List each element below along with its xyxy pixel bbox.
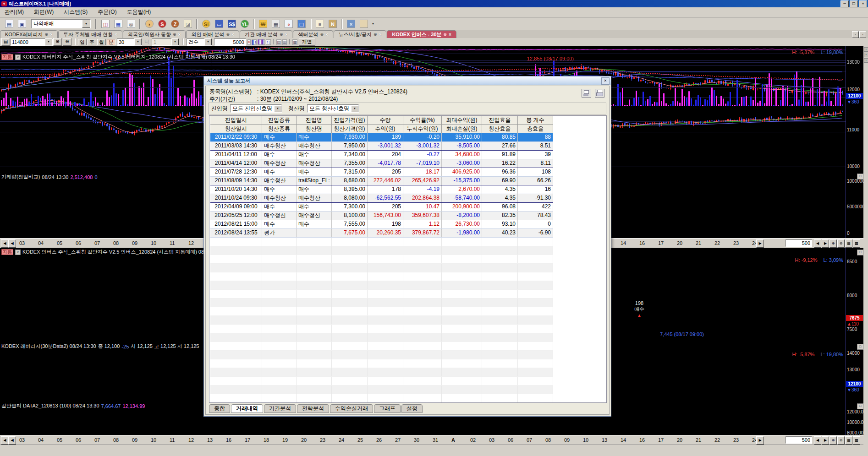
workspace-tab-4[interactable]: 기관 매매 분석⊕× xyxy=(240,30,293,38)
line-chart-icon[interactable]: ≈ xyxy=(247,39,251,45)
pane-minimize-icon[interactable]: □ xyxy=(857,403,863,409)
table-row[interactable]: 2011/10/20 14:30매수매수8,395.00178-4.192,67… xyxy=(210,185,553,194)
menu-item-w[interactable]: 화면(W) xyxy=(34,8,54,16)
sort-arrows-icon[interactable]: ↑↓ xyxy=(266,39,271,45)
page-left-icon[interactable]: ◀ xyxy=(814,436,821,445)
badge-close-icon[interactable]: x xyxy=(15,54,21,60)
auto-trade-badge[interactable]: 자동 xyxy=(1,54,13,60)
table-row[interactable] xyxy=(210,290,553,299)
table-row[interactable] xyxy=(210,351,553,359)
tab-close-icon[interactable]: × xyxy=(115,31,117,38)
table-row[interactable] xyxy=(210,255,553,264)
calendar-search-icon[interactable]: ▦ xyxy=(270,19,282,29)
tab-close-icon[interactable]: × xyxy=(449,31,451,38)
table-row[interactable]: 2011/10/24 09:30매수청산매수청산8,080.00-62,562.… xyxy=(210,194,553,203)
helmet-icon[interactable]: ◗ xyxy=(143,19,155,29)
new-chart-icon[interactable]: ▤ xyxy=(3,19,15,29)
menu-item-o[interactable]: 주문(O) xyxy=(98,8,116,16)
eraser-icon[interactable]: ◪ xyxy=(182,19,194,29)
table-row[interactable] xyxy=(210,272,553,281)
symbol-book-icon[interactable]: ▤ xyxy=(1,38,10,46)
menu-item-h[interactable]: 도움말(H) xyxy=(127,8,151,16)
table-row[interactable]: 2011/03/03 14:30매수청산매수청산7,950.00-3,001.3… xyxy=(210,142,553,151)
chevron-down-icon[interactable]: ▼ xyxy=(82,20,90,28)
table-row[interactable] xyxy=(210,394,553,403)
table-row[interactable] xyxy=(210,264,553,272)
chevron-down-icon[interactable]: ▼ xyxy=(204,38,212,45)
flash-icon[interactable]: Z xyxy=(169,19,181,29)
pie-chart-icon[interactable]: ◕ xyxy=(283,19,295,29)
count-combobox[interactable]: 건수 ▼ xyxy=(187,38,212,46)
close-button[interactable]: × xyxy=(859,0,867,7)
chevron-down-icon[interactable]: ▼ xyxy=(351,105,358,112)
count-input[interactable] xyxy=(214,38,246,46)
title-bar[interactable]: Y 예스트레이더3.1 [나의매매] ─ ▢ × xyxy=(0,0,868,7)
table-row[interactable] xyxy=(210,325,553,333)
zoom-out-icon[interactable]: ⊖ xyxy=(837,436,845,445)
axis-forward-button[interactable]: ▶ xyxy=(756,436,764,445)
news-icon[interactable]: N xyxy=(327,19,339,29)
print-report-icon[interactable] xyxy=(595,89,604,98)
layout-icon[interactable]: ▩ xyxy=(853,239,860,248)
report-tab-1[interactable]: 거래내역 xyxy=(231,404,263,413)
menu-item-m[interactable]: 관리(M) xyxy=(5,8,24,16)
blank-icon[interactable] xyxy=(358,19,370,29)
period-day-button[interactable]: 일 xyxy=(78,39,87,45)
period-week-button[interactable]: 주 xyxy=(88,39,96,45)
auto-trade-badge[interactable]: 자동 xyxy=(1,249,13,255)
zoom-in-icon[interactable]: ⊕ xyxy=(830,239,837,248)
axis-forward-button[interactable]: ▶ xyxy=(756,239,764,248)
workspace-tab-2[interactable]: 외국인/회원사 동향⊕× xyxy=(123,30,186,38)
table-row[interactable]: 2011/04/11 12:00매수매수7,340.00204-0.2734,6… xyxy=(210,151,553,159)
table-row[interactable] xyxy=(210,333,553,342)
report-tab-5[interactable]: 그래프 xyxy=(374,404,401,413)
minimize-button[interactable]: ─ xyxy=(841,0,849,7)
symbol-input[interactable] xyxy=(11,39,45,45)
page-right-icon[interactable]: ▶ xyxy=(822,436,829,445)
table-row[interactable] xyxy=(210,385,553,394)
pane-control-icon[interactable]: ▪ xyxy=(864,53,868,57)
table-row[interactable] xyxy=(210,238,553,246)
tab-close-icon[interactable]: × xyxy=(325,31,328,38)
bar-count-input[interactable] xyxy=(786,436,812,444)
table-row[interactable]: 2011/07/28 12:30매수매수7,315.0020518.17406,… xyxy=(210,168,553,177)
save-icon[interactable]: ▣ xyxy=(16,19,28,29)
scroll-left-button[interactable]: ◀ xyxy=(1,239,9,248)
table-row[interactable]: 2011/08/09 14:30매수청산trailStop_EL:8,680.0… xyxy=(210,177,553,185)
report-tab-2[interactable]: 기간분석 xyxy=(264,404,296,413)
layout-icon[interactable]: ▩ xyxy=(853,436,860,445)
grid-icon[interactable]: ▦ xyxy=(292,39,297,45)
report-tab-4[interactable]: 수익손실거래 xyxy=(330,404,373,413)
workspace-tab-3[interactable]: 외인 매매 분석⊕× xyxy=(186,30,239,38)
tabbar-mini-button[interactable]: ▫ xyxy=(859,31,866,38)
workspace-tab-1[interactable]: 투자 주체별 매매 현황× xyxy=(58,30,122,38)
zoom-in-icon[interactable]: ⊕ xyxy=(53,38,62,46)
dialog-title-bar[interactable]: 시스템 성능 보고서 × xyxy=(204,76,611,85)
money-bag-icon[interactable]: ₩ xyxy=(257,19,269,29)
tabbar-mini-button[interactable]: ▫ xyxy=(852,31,859,38)
zoom-out-icon[interactable]: ⊖ xyxy=(837,239,845,248)
pane-minimize-icon[interactable]: □ xyxy=(857,174,863,179)
volume-bars-icon[interactable]: ▍▋ xyxy=(258,39,265,45)
individual-button[interactable]: 개별 xyxy=(299,38,315,46)
table-row[interactable] xyxy=(210,316,553,325)
minute-combobox[interactable]: 30 ▼ xyxy=(117,38,142,46)
monitor-icon[interactable]: ▢ xyxy=(296,19,308,29)
pane-control-icon[interactable]: ▪ xyxy=(864,47,868,52)
table-row[interactable] xyxy=(210,342,553,351)
report-tab-0[interactable]: 종합 xyxy=(209,404,230,413)
period-minute-button[interactable]: 분 xyxy=(107,39,115,45)
profile-combobox[interactable]: 나의매매▼ xyxy=(31,19,91,28)
table-row[interactable] xyxy=(210,281,553,290)
badge-close-icon[interactable]: x xyxy=(15,250,21,255)
filter-combobox-0[interactable]: 모든 진입신호명▼ xyxy=(230,104,282,113)
tab-close-icon[interactable]: × xyxy=(285,31,288,38)
workspace-tab-0[interactable]: KODEX레버리지⊕× xyxy=(0,30,58,38)
page-b-icon[interactable]: ▥ xyxy=(282,39,287,45)
period-month-button[interactable]: 월 xyxy=(97,39,106,45)
tab-close-icon[interactable]: × xyxy=(50,31,53,38)
table-row[interactable]: 2012/05/25 12:00매수청산매수청산8,100.00156,743.… xyxy=(210,212,553,220)
table-row[interactable] xyxy=(210,299,553,307)
zoom-out-icon[interactable]: ⊖ xyxy=(63,38,71,46)
quote-grid-icon[interactable]: ▦ xyxy=(112,19,124,29)
